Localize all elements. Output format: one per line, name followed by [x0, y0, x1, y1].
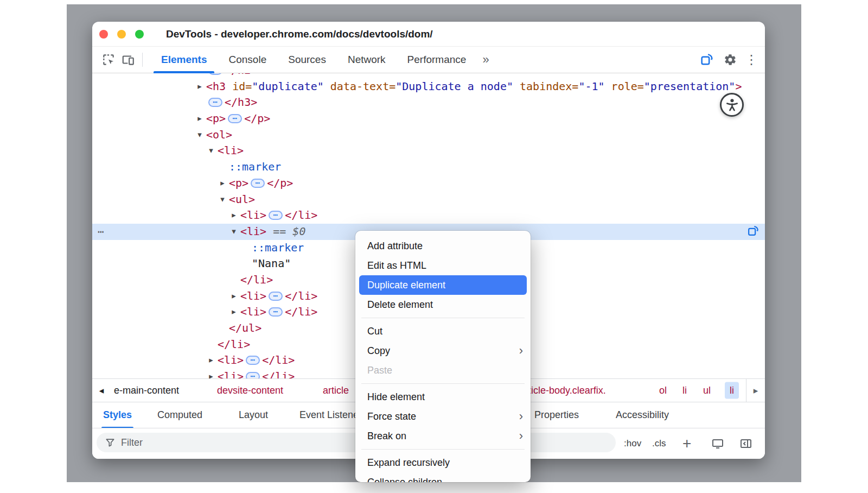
tree-row[interactable]: ▸<p>⋯</p> [92, 111, 765, 127]
breadcrumb-item-li[interactable]: li [682, 385, 687, 396]
accessibility-person-icon [720, 93, 744, 117]
tab-sources[interactable]: Sources [277, 47, 337, 73]
menu-item-edit-as-html[interactable]: Edit as HTML [355, 256, 531, 275]
minimize-button[interactable] [117, 30, 126, 39]
inspect-element-button[interactable] [99, 50, 118, 69]
code-token: "duplicate" [252, 80, 323, 93]
menu-item-force-state[interactable]: Force state› [355, 407, 531, 426]
tree-row[interactable]: ▸<li>⋯</li> [92, 207, 765, 224]
dock-side-icon [739, 437, 753, 450]
square-refresh-button[interactable] [697, 50, 716, 69]
expand-arrow-icon[interactable]: ▸ [218, 175, 227, 192]
code-token: <p> [206, 112, 226, 125]
collapse-arrow-icon[interactable]: ▾ [218, 192, 227, 208]
menu-item-delete-element[interactable]: Delete element [355, 295, 531, 314]
code-token: </li> [218, 338, 250, 351]
collapsed-content-icon[interactable]: ⋯ [269, 292, 283, 301]
menu-item-hide-element[interactable]: Hide element [355, 387, 531, 407]
tab-layout[interactable]: Layout [239, 402, 268, 428]
code-token: > [735, 80, 742, 93]
tab-performance[interactable]: Performance [397, 47, 477, 73]
tree-row[interactable]: ⋯</h3> [92, 94, 765, 111]
tree-row[interactable]: ▾<ol> [92, 127, 765, 143]
code-token: <li> [240, 208, 266, 222]
expand-arrow-icon[interactable]: ▸ [206, 352, 216, 369]
collapse-arrow-icon[interactable]: ▾ [206, 143, 216, 159]
breadcrumb-item-article[interactable]: article [323, 385, 349, 396]
close-button[interactable] [99, 30, 108, 39]
code-token: role= [611, 80, 644, 93]
menu-item-duplicate-element[interactable]: Duplicate element [359, 275, 527, 295]
tree-row[interactable]: ▸<p>⋯</p> [92, 175, 765, 192]
collapsed-content-icon[interactable]: ⋯ [251, 179, 265, 188]
toggle-class-button[interactable]: .cls [652, 438, 666, 449]
toggle-element-state-button[interactable]: :hov [624, 438, 641, 449]
tree-row[interactable]: ▾<li> [92, 143, 765, 159]
collapsed-content-icon[interactable]: ⋯ [208, 98, 222, 107]
gear-icon [724, 53, 737, 66]
code-token: <ul> [229, 193, 255, 206]
code-token: "presentation" [644, 80, 736, 93]
tab-elements[interactable]: Elements [150, 47, 218, 73]
tab-network[interactable]: Network [337, 47, 397, 73]
code-token: </p> [267, 176, 293, 189]
breadcrumb-item-e-main-content[interactable]: e-main-content [114, 385, 179, 396]
expand-arrow-icon[interactable]: ▸ [195, 79, 205, 95]
menu-item-label: Duplicate element [367, 280, 445, 291]
breadcrumb-item-devsite-content[interactable]: devsite-content [217, 385, 283, 396]
expand-arrow-icon[interactable]: ▸ [206, 369, 216, 378]
breadcrumb-item-ul[interactable]: ul [703, 385, 711, 396]
tree-row[interactable]: ⋯</h2> [92, 73, 765, 79]
collapse-arrow-icon[interactable]: ▾ [195, 127, 205, 143]
collapsed-content-icon[interactable]: ⋯ [269, 307, 283, 317]
menu-divider [361, 449, 525, 450]
code-token: </h2> [225, 73, 257, 77]
breadcrumb-item-article-body-clearfix[interactable]: article-body.clearfix. [520, 385, 606, 396]
tab-accessibility[interactable]: Accessibility [616, 402, 669, 428]
menu-item-copy[interactable]: Copy› [355, 341, 531, 361]
tree-row[interactable]: ▾<ul> [92, 192, 765, 208]
collapsed-content-icon[interactable]: ⋯ [208, 73, 222, 75]
settings-gear-button[interactable] [720, 50, 740, 69]
collapsed-content-icon[interactable]: ⋯ [269, 211, 283, 220]
breadcrumb-scroll-right-button[interactable]: ▸ [746, 379, 765, 402]
expand-arrow-icon[interactable]: ▸ [229, 304, 239, 320]
tab-properties[interactable]: Properties [534, 402, 579, 428]
menu-item-paste[interactable]: Paste [355, 361, 531, 380]
new-style-rule-button[interactable]: + [682, 435, 691, 452]
tab-styles[interactable]: Styles [103, 402, 132, 428]
code-token: ::marker [252, 241, 304, 254]
collapsed-content-icon[interactable]: ⋯ [246, 356, 260, 365]
dock-side-button[interactable] [739, 437, 753, 450]
expand-arrow-icon[interactable]: ▸ [229, 207, 239, 224]
tab-console[interactable]: Console [218, 47, 277, 73]
code-token: <li> [240, 305, 266, 318]
menu-item-cut[interactable]: Cut [355, 321, 531, 341]
more-tabs-button[interactable]: » [477, 53, 494, 67]
code-token: <li> [240, 225, 266, 238]
breadcrumb-item-ol[interactable]: ol [659, 385, 667, 396]
code-token: tabindex= [520, 80, 578, 93]
menu-item-collapse-children[interactable]: Collapse children [355, 472, 531, 482]
kebab-menu-button[interactable]: ⋮ [744, 50, 758, 69]
menu-item-expand-recursively[interactable]: Expand recursively [355, 453, 531, 472]
breadcrumb-item-li[interactable]: li [725, 382, 739, 399]
menu-item-break-on[interactable]: Break on› [355, 426, 531, 446]
device-toolbar-button[interactable] [118, 50, 138, 69]
row-overflow-icon[interactable]: ⋯ [98, 224, 105, 240]
zoom-button[interactable] [135, 30, 144, 39]
code-token: data-text= [330, 80, 395, 93]
collapse-arrow-icon[interactable]: ▾ [229, 224, 239, 240]
collapsed-content-icon[interactable]: ⋯ [246, 372, 260, 378]
toolbar-right-group: ⋮ [697, 50, 758, 69]
tab-computed[interactable]: Computed [157, 402, 202, 428]
expand-arrow-icon[interactable]: ▸ [229, 288, 239, 305]
menu-item-add-attribute[interactable]: Add attribute [355, 236, 531, 256]
tree-row[interactable]: ::marker [92, 159, 765, 175]
menu-item-label: Copy [367, 345, 390, 357]
collapsed-content-icon[interactable]: ⋯ [228, 114, 242, 123]
menu-item-label: Edit as HTML [367, 260, 426, 271]
rendering-monitor-button[interactable] [711, 437, 725, 450]
expand-arrow-icon[interactable]: ▸ [195, 111, 205, 127]
tree-row[interactable]: ▸<h3 id="duplicate" data-text="Duplicate… [92, 79, 765, 95]
